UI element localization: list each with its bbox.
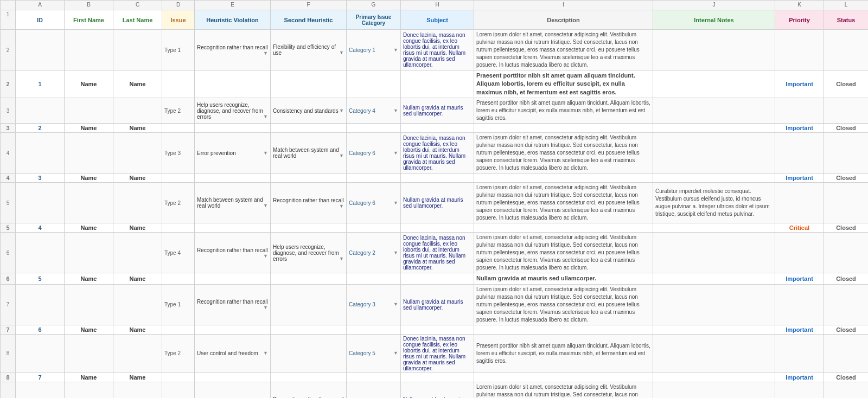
cell-description[interactable]: Lorem ipsum dolor sit amet, consectetur …	[474, 133, 653, 174]
cell-status[interactable]	[824, 382, 869, 398]
cell-heuristic-violation[interactable]	[195, 223, 271, 233]
cell-id[interactable]	[16, 284, 65, 325]
cell-subject[interactable]: Donec lacinia, massa non congue facilisi…	[401, 133, 474, 174]
cell-last-name[interactable]	[113, 284, 162, 325]
cell-last-name[interactable]: Name	[113, 174, 162, 183]
col-letter-d[interactable]: D	[162, 1, 195, 10]
cell-internal-notes[interactable]	[653, 98, 775, 124]
cell-last-name[interactable]	[113, 30, 162, 70]
cell-internal-notes[interactable]	[653, 233, 775, 273]
cell-internal-notes[interactable]	[653, 124, 775, 133]
cell-first-name[interactable]: Name	[65, 273, 113, 284]
cell-status[interactable]	[824, 284, 869, 325]
cell-issue[interactable]: Type 1	[162, 30, 195, 70]
cell-internal-notes[interactable]	[653, 174, 775, 183]
cell-second-heuristic[interactable]	[271, 223, 347, 233]
cell-primary-issue-category[interactable]: Category 6 ▼	[347, 183, 401, 223]
cell-first-name[interactable]	[65, 133, 113, 174]
cell-first-name[interactable]	[65, 98, 113, 124]
cell-issue[interactable]: Type 1	[162, 284, 195, 325]
cell-second-heuristic[interactable]	[271, 124, 347, 133]
cell-priority[interactable]	[775, 30, 824, 70]
cell-internal-notes[interactable]	[653, 70, 775, 98]
cell-primary-issue-category[interactable]	[347, 223, 401, 233]
cell-status[interactable]: Closed	[824, 325, 869, 334]
cell-heuristic-violation[interactable]	[195, 174, 271, 183]
cell-primary-issue-category[interactable]: Category 5 ▼	[347, 334, 401, 373]
cell-primary-issue-category[interactable]	[347, 325, 401, 334]
col-letter-b[interactable]: B	[65, 1, 113, 10]
cell-id[interactable]	[16, 334, 65, 373]
cell-priority[interactable]	[775, 98, 824, 124]
cell-first-name[interactable]	[65, 30, 113, 70]
cell-description[interactable]: Lorem ipsum dolor sit amet, consectetur …	[474, 30, 653, 70]
cell-status[interactable]: Closed	[824, 273, 869, 284]
cell-primary-issue-category[interactable]	[347, 124, 401, 133]
cell-subject[interactable]: Donec lacinia, massa non congue facilisi…	[401, 233, 474, 273]
cell-description[interactable]	[474, 223, 653, 233]
cell-id[interactable]: 3	[16, 174, 65, 183]
cell-internal-notes[interactable]	[653, 334, 775, 373]
cell-issue[interactable]: Type 3	[162, 382, 195, 398]
cell-second-heuristic[interactable]	[271, 373, 347, 382]
cell-first-name[interactable]: Name	[65, 124, 113, 133]
cell-subject[interactable]: Nullam gravida at mauris sed ullamcorper…	[401, 284, 474, 325]
cell-last-name[interactable]	[113, 98, 162, 124]
cell-heuristic-violation[interactable]	[195, 124, 271, 133]
cell-heuristic-violation[interactable]: Recognition rather than recall ▼	[195, 233, 271, 273]
cell-id[interactable]	[16, 183, 65, 223]
cell-primary-issue-category[interactable]: Category 4 ▼	[347, 98, 401, 124]
cell-subject[interactable]	[401, 70, 474, 98]
cell-last-name[interactable]	[113, 133, 162, 174]
cell-description[interactable]: Praesent porttitor nibh sit amet quam al…	[474, 98, 653, 124]
cell-subject[interactable]	[401, 273, 474, 284]
cell-first-name[interactable]: Name	[65, 373, 113, 382]
cell-description[interactable]	[474, 373, 653, 382]
cell-heuristic-violation[interactable]: Recognition rather than recall ▼	[195, 284, 271, 325]
cell-priority[interactable]: Important	[775, 373, 824, 382]
cell-id[interactable]	[16, 382, 65, 398]
cell-id[interactable]	[16, 98, 65, 124]
cell-status[interactable]	[824, 334, 869, 373]
cell-first-name[interactable]	[65, 233, 113, 273]
cell-id[interactable]	[16, 30, 65, 70]
cell-subject[interactable]: Donec lacinia, massa non congue facilisi…	[401, 334, 474, 373]
cell-priority[interactable]: Important	[775, 70, 824, 98]
cell-primary-issue-category[interactable]: Category 1 ▼	[347, 30, 401, 70]
cell-subject[interactable]	[401, 325, 474, 334]
cell-description[interactable]: Lorem ipsum dolor sit amet, consectetur …	[474, 233, 653, 273]
cell-internal-notes[interactable]: Curabitur imperdiet molestie consequat. …	[653, 183, 775, 223]
cell-issue[interactable]	[162, 373, 195, 382]
cell-second-heuristic[interactable]: Help users recognize, diagnose, and reco…	[271, 233, 347, 273]
cell-priority[interactable]: Important	[775, 174, 824, 183]
cell-subject[interactable]: Nullam gravida at mauris sed ullamcorper…	[401, 382, 474, 398]
cell-second-heuristic[interactable]: Match between system and real world ▼	[271, 133, 347, 174]
cell-heuristic-violation[interactable]	[195, 70, 271, 98]
cell-primary-issue-category[interactable]: Category 2 ▼	[347, 233, 401, 273]
cell-subject[interactable]: Nullam gravida at mauris sed ullamcorper…	[401, 98, 474, 124]
cell-second-heuristic[interactable]: Recognition rather than recall ▼	[271, 183, 347, 223]
cell-issue[interactable]: Type 2	[162, 183, 195, 223]
cell-description[interactable]	[474, 124, 653, 133]
cell-internal-notes[interactable]	[653, 373, 775, 382]
cell-issue[interactable]	[162, 174, 195, 183]
cell-heuristic-violation[interactable]	[195, 325, 271, 334]
cell-heuristic-violation[interactable]: Recognition rather than recall ▼	[195, 30, 271, 70]
cell-heuristic-violation[interactable]: Match between system and real world ▼	[195, 183, 271, 223]
cell-internal-notes[interactable]	[653, 223, 775, 233]
cell-first-name[interactable]	[65, 334, 113, 373]
cell-last-name[interactable]: Name	[113, 373, 162, 382]
col-letter-l[interactable]: L	[824, 1, 869, 10]
cell-status[interactable]: Closed	[824, 70, 869, 98]
cell-heuristic-violation[interactable]: User control and freedom ▼	[195, 334, 271, 373]
cell-description[interactable]: Praesent porttitor nibh sit amet quam al…	[474, 70, 653, 98]
cell-issue[interactable]	[162, 70, 195, 98]
cell-first-name[interactable]	[65, 183, 113, 223]
cell-priority[interactable]	[775, 334, 824, 373]
cell-status[interactable]: Closed	[824, 373, 869, 382]
cell-status[interactable]: Closed	[824, 174, 869, 183]
cell-priority[interactable]	[775, 382, 824, 398]
cell-second-heuristic[interactable]	[271, 334, 347, 373]
cell-priority[interactable]	[775, 183, 824, 223]
cell-second-heuristic[interactable]: Flexibility and efficiency of use ▼	[271, 30, 347, 70]
